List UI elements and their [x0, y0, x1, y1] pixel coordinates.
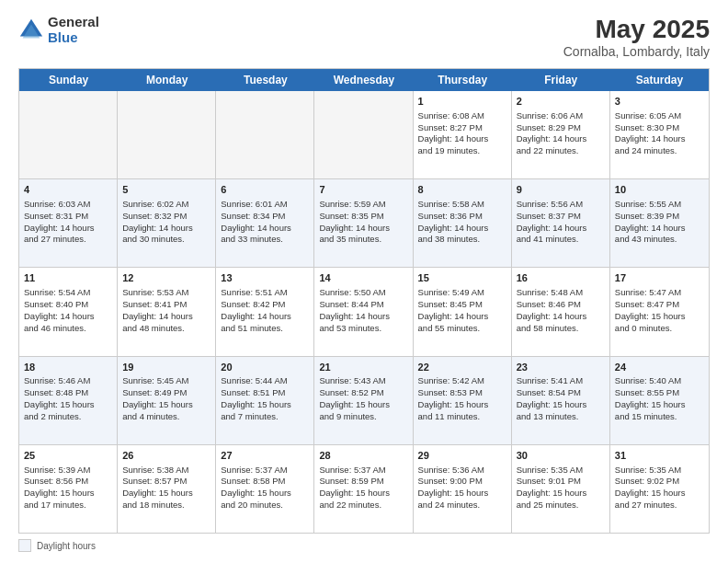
day-info: Sunrise: 5:54 AM — [24, 287, 112, 299]
day-info: Sunrise: 5:39 AM — [24, 465, 112, 477]
day-info: Sunset: 8:42 PM — [221, 299, 309, 311]
day-info: and 11 minutes. — [418, 411, 506, 423]
cal-cell: 9Sunrise: 5:56 AMSunset: 8:37 PMDaylight… — [512, 179, 610, 267]
cal-header-day-thursday: Thursday — [414, 69, 512, 91]
cal-cell: 25Sunrise: 5:39 AMSunset: 8:56 PMDayligh… — [19, 445, 118, 533]
cal-cell: 4Sunrise: 6:03 AMSunset: 8:31 PMDaylight… — [19, 179, 118, 267]
cal-cell: 3Sunrise: 6:05 AMSunset: 8:30 PMDaylight… — [610, 91, 709, 178]
cal-cell: 31Sunrise: 5:35 AMSunset: 9:02 PMDayligh… — [610, 445, 709, 533]
day-number: 2 — [517, 95, 605, 109]
day-info: Daylight: 15 hours — [221, 488, 309, 500]
day-info: Sunrise: 5:41 AM — [517, 375, 605, 387]
cal-cell: 28Sunrise: 5:37 AMSunset: 8:59 PMDayligh… — [314, 445, 413, 533]
day-number: 10 — [615, 183, 704, 197]
day-info: Sunset: 8:52 PM — [319, 387, 407, 399]
logo: General Blue — [18, 15, 99, 45]
day-info: Daylight: 15 hours — [319, 399, 407, 411]
day-number: 18 — [24, 361, 112, 374]
day-info: Sunset: 8:59 PM — [319, 476, 407, 488]
day-info: Sunrise: 5:40 AM — [615, 375, 704, 387]
cal-cell: 5Sunrise: 6:02 AMSunset: 8:32 PMDaylight… — [118, 179, 216, 267]
day-info: Daylight: 15 hours — [122, 488, 210, 500]
cal-header-day-sunday: Sunday — [19, 69, 118, 91]
day-info: and 24 minutes. — [615, 145, 704, 157]
day-info: Sunset: 8:46 PM — [517, 299, 605, 311]
cal-cell: 14Sunrise: 5:50 AMSunset: 8:44 PMDayligh… — [314, 268, 413, 355]
cal-cell: 16Sunrise: 5:48 AMSunset: 8:46 PMDayligh… — [512, 268, 610, 355]
day-info: Sunset: 9:02 PM — [615, 476, 704, 488]
cal-header-day-saturday: Saturday — [610, 69, 709, 91]
logo-general: General — [48, 15, 99, 30]
day-info: Sunrise: 5:51 AM — [221, 287, 309, 299]
cal-week-3: 11Sunrise: 5:54 AMSunset: 8:40 PMDayligh… — [19, 268, 709, 356]
day-info: and 55 minutes. — [418, 323, 506, 335]
day-info: Sunset: 8:57 PM — [122, 476, 210, 488]
calendar-header-row: SundayMondayTuesdayWednesdayThursdayFrid… — [19, 69, 709, 91]
day-info: Sunrise: 5:46 AM — [24, 375, 112, 387]
cal-week-1: 1Sunrise: 6:08 AMSunset: 8:27 PMDaylight… — [19, 91, 709, 179]
day-info: Sunrise: 6:01 AM — [221, 199, 309, 211]
calendar: SundayMondayTuesdayWednesdayThursdayFrid… — [18, 68, 710, 534]
day-info: Sunset: 8:37 PM — [517, 211, 605, 223]
day-info: and 17 minutes. — [24, 500, 112, 511]
main-title: May 2025 — [563, 15, 710, 44]
day-info: Sunrise: 5:47 AM — [615, 287, 704, 299]
day-info: and 35 minutes. — [319, 234, 407, 246]
logo-text: General Blue — [48, 15, 99, 45]
cal-header-day-tuesday: Tuesday — [216, 69, 314, 91]
day-info: Sunrise: 5:36 AM — [418, 465, 506, 477]
day-info: Sunset: 8:40 PM — [24, 299, 112, 311]
day-info: and 53 minutes. — [319, 323, 407, 335]
day-info: Sunrise: 5:43 AM — [319, 375, 407, 387]
day-info: and 19 minutes. — [418, 145, 506, 157]
day-info: Sunset: 8:49 PM — [122, 387, 210, 399]
day-number: 31 — [615, 449, 704, 463]
day-number: 7 — [319, 183, 407, 197]
subtitle: Cornalba, Lombardy, Italy — [563, 44, 710, 59]
day-number: 17 — [615, 271, 704, 285]
day-info: Daylight: 15 hours — [615, 488, 704, 500]
day-number: 3 — [615, 95, 704, 109]
day-info: Daylight: 15 hours — [24, 399, 112, 411]
day-info: Daylight: 14 hours — [24, 311, 112, 323]
cal-cell: 27Sunrise: 5:37 AMSunset: 8:58 PMDayligh… — [216, 445, 314, 533]
day-info: Sunrise: 5:44 AM — [221, 375, 309, 387]
cal-cell: 29Sunrise: 5:36 AMSunset: 9:00 PMDayligh… — [414, 445, 512, 533]
cal-cell: 24Sunrise: 5:40 AMSunset: 8:55 PMDayligh… — [610, 357, 709, 444]
day-info: Sunset: 8:41 PM — [122, 299, 210, 311]
day-number: 14 — [319, 271, 407, 285]
cal-cell: 22Sunrise: 5:42 AMSunset: 8:53 PMDayligh… — [414, 357, 512, 444]
day-info: Sunset: 8:55 PM — [615, 387, 704, 399]
title-block: May 2025 Cornalba, Lombardy, Italy — [563, 15, 710, 59]
day-info: and 13 minutes. — [517, 411, 605, 423]
day-info: and 7 minutes. — [221, 411, 309, 423]
day-info: Sunrise: 6:08 AM — [418, 110, 506, 122]
day-info: Sunset: 9:00 PM — [418, 476, 506, 488]
day-number: 21 — [319, 361, 407, 374]
cal-cell: 6Sunrise: 6:01 AMSunset: 8:34 PMDaylight… — [216, 179, 314, 267]
day-number: 16 — [517, 271, 605, 285]
day-info: Sunrise: 5:37 AM — [319, 465, 407, 477]
day-info: Sunset: 8:45 PM — [418, 299, 506, 311]
cal-week-5: 25Sunrise: 5:39 AMSunset: 8:56 PMDayligh… — [19, 445, 709, 533]
day-info: Sunset: 8:47 PM — [615, 299, 704, 311]
logo-icon — [18, 17, 44, 43]
day-info: Sunrise: 5:58 AM — [418, 199, 506, 211]
cal-cell: 2Sunrise: 6:06 AMSunset: 8:29 PMDaylight… — [512, 91, 610, 178]
header: General Blue May 2025 Cornalba, Lombardy… — [18, 15, 710, 59]
cal-cell — [216, 91, 314, 178]
day-info: Daylight: 15 hours — [615, 399, 704, 411]
day-info: Sunset: 8:35 PM — [319, 211, 407, 223]
day-info: Sunset: 8:29 PM — [517, 122, 605, 134]
cal-week-4: 18Sunrise: 5:46 AMSunset: 8:48 PMDayligh… — [19, 357, 709, 445]
day-info: and 41 minutes. — [517, 234, 605, 246]
day-info: and 15 minutes. — [615, 411, 704, 423]
day-info: Daylight: 15 hours — [517, 399, 605, 411]
legend: Daylight hours — [18, 539, 710, 552]
day-info: Daylight: 15 hours — [122, 399, 210, 411]
day-number: 29 — [418, 449, 506, 463]
cal-cell — [314, 91, 413, 178]
cal-cell: 10Sunrise: 5:55 AMSunset: 8:39 PMDayligh… — [610, 179, 709, 267]
cal-header-day-monday: Monday — [118, 69, 216, 91]
cal-cell: 18Sunrise: 5:46 AMSunset: 8:48 PMDayligh… — [19, 357, 118, 444]
